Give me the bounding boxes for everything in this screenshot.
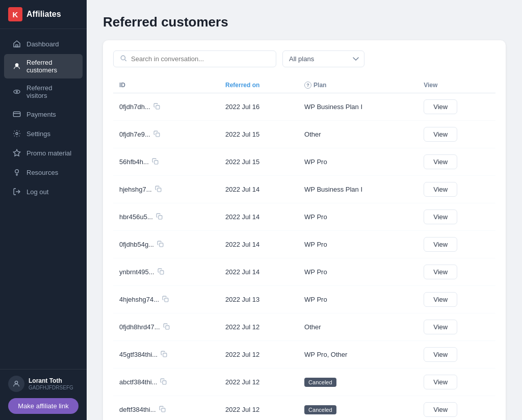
sidebar-item-settings[interactable]: Settings (4, 124, 83, 143)
svg-rect-16 (157, 188, 161, 191)
svg-rect-21 (165, 325, 169, 329)
view-button[interactable]: View (424, 320, 457, 334)
view-button[interactable]: View (424, 154, 457, 169)
table-row: 0fjdh8hrd47... 2022 Jul 12 Other View (113, 313, 495, 341)
sidebar-item-dashboard[interactable]: Dashboard (4, 35, 83, 53)
copy-icon[interactable] (160, 378, 167, 386)
svg-rect-17 (159, 215, 162, 219)
cell-id: deftf384thi... (113, 396, 219, 421)
copy-icon[interactable] (156, 213, 163, 221)
cell-id: 45gtf384thi... (113, 341, 219, 369)
cell-referred-on: 2022 Jul 14 (219, 176, 298, 203)
copy-icon[interactable] (152, 158, 159, 166)
gear-icon (12, 129, 21, 138)
view-button[interactable]: View (424, 237, 457, 252)
bulb-icon (12, 168, 21, 177)
view-button[interactable]: View (424, 402, 457, 417)
view-button[interactable]: View (424, 292, 457, 307)
copy-icon[interactable] (159, 406, 166, 414)
svg-rect-19 (160, 270, 164, 274)
copy-icon[interactable] (161, 351, 167, 359)
user-name: Lorant Toth (29, 377, 73, 384)
table-row: ynbrnt495... 2022 Jul 14 WP Pro View (113, 258, 495, 286)
credit-card-icon (12, 110, 21, 119)
table-row: 0fjdh7dh... 2022 Jul 16 WP Business Plan… (113, 93, 495, 121)
svg-point-3 (16, 91, 18, 93)
make-affiliate-link-button[interactable]: Make affiliate link (8, 398, 79, 414)
cell-plan: WP Pro (298, 286, 417, 313)
cell-id: ynbrnt495... (113, 258, 219, 286)
copy-icon[interactable] (155, 186, 162, 194)
cell-view: View (417, 369, 495, 396)
plan-info-icon: ? (304, 82, 311, 89)
view-button[interactable]: View (424, 127, 457, 142)
page-title: Referred customers (103, 14, 506, 30)
user-id: GADFHJFDRSEFG (29, 385, 73, 390)
cell-referred-on: 2022 Jul 15 (219, 121, 298, 148)
svg-point-6 (16, 133, 18, 135)
svg-point-2 (14, 90, 20, 94)
svg-rect-18 (160, 243, 163, 246)
sidebar-item-referred-customers[interactable]: Referred customers (4, 54, 83, 78)
sidebar-item-payments[interactable]: Payments (4, 105, 83, 123)
copy-icon[interactable] (158, 268, 164, 276)
sidebar-item-label: Log out (27, 188, 48, 196)
cell-id: hbr456u5... (113, 203, 219, 231)
copy-icon[interactable] (153, 130, 160, 139)
cell-referred-on: 2022 Jul 12 (219, 313, 298, 341)
table-row: 0fjdhb54g... 2022 Jul 14 WP Pro View (113, 231, 495, 258)
copy-icon[interactable] (157, 241, 164, 249)
view-button[interactable]: View (424, 209, 457, 224)
sidebar-item-logout[interactable]: Log out (4, 182, 83, 201)
sidebar: K Affiliates Dashboard Referred customer… (0, 0, 87, 420)
sidebar-item-label: Resources (27, 169, 58, 176)
eye-icon (12, 87, 21, 96)
cell-view: View (417, 258, 495, 286)
status-badge: Canceled (304, 405, 336, 414)
sidebar-item-promo-material[interactable]: Promo material (4, 144, 83, 162)
cell-view: View (417, 341, 495, 369)
cell-referred-on: 2022 Jul 15 (219, 148, 298, 176)
cell-id: 4hjehshg74... (113, 286, 219, 313)
sidebar-item-label: Referred visitors (27, 84, 74, 99)
svg-rect-15 (154, 160, 158, 164)
cell-id: 56hfb4h... (113, 148, 219, 176)
cell-view: View (417, 203, 495, 231)
search-input[interactable] (131, 55, 270, 63)
view-button[interactable]: View (424, 99, 457, 114)
house-icon (12, 39, 21, 48)
svg-rect-20 (165, 298, 168, 301)
cell-plan: WP Pro (298, 231, 417, 258)
copy-icon[interactable] (162, 296, 169, 304)
table-row: 0fjdh7e9... 2022 Jul 15 Other View (113, 121, 495, 148)
svg-point-8 (15, 170, 19, 173)
cell-view: View (417, 286, 495, 313)
svg-rect-4 (13, 112, 20, 116)
view-button[interactable]: View (424, 265, 457, 279)
cell-referred-on: 2022 Jul 16 (219, 93, 298, 121)
cell-id: 0fjdh7e9... (113, 121, 219, 148)
plan-filter-select[interactable]: All plansWP Business Plan IWP ProOtherCa… (282, 50, 364, 67)
view-button[interactable]: View (424, 375, 457, 389)
view-button[interactable]: View (424, 347, 457, 362)
cell-plan: Other (298, 313, 417, 341)
col-view: View (417, 77, 495, 93)
svg-point-1 (15, 64, 18, 66)
view-button[interactable]: View (424, 182, 457, 197)
cell-plan: WP Business Plan I (298, 93, 417, 121)
sidebar-item-referred-visitors[interactable]: Referred visitors (4, 80, 83, 104)
cell-view: View (417, 148, 495, 176)
cell-plan: WP Pro (298, 258, 417, 286)
sidebar-item-label: Payments (27, 111, 56, 118)
sidebar-item-resources[interactable]: Resources (4, 163, 83, 181)
svg-line-12 (125, 60, 126, 61)
copy-icon[interactable] (163, 323, 170, 331)
col-plan: ? Plan (298, 77, 417, 93)
copy-icon[interactable] (153, 103, 160, 111)
cell-plan: Canceled (298, 369, 417, 396)
cell-view: View (417, 231, 495, 258)
sidebar-item-label: Referred customers (27, 59, 74, 74)
person-icon (12, 62, 21, 71)
cell-referred-on: 2022 Jul 12 (219, 396, 298, 421)
logout-icon (12, 187, 21, 196)
